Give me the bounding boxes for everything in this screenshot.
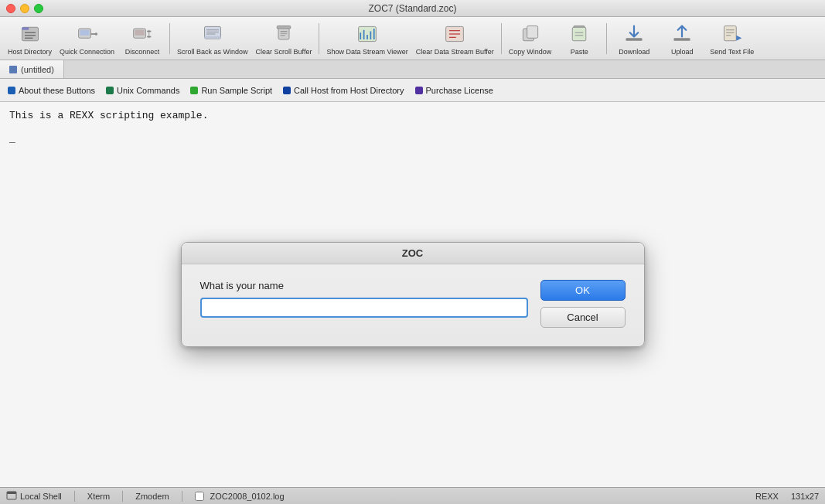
disconnect-icon: [130, 22, 155, 46]
show-data-stream-label: Show Data Stream Viewer: [326, 48, 407, 56]
run-sample-script-dot: [190, 87, 198, 94]
svg-rect-42: [724, 26, 736, 40]
toolbar-send-text-file[interactable]: Send Text File: [707, 20, 757, 57]
maximize-button[interactable]: [34, 4, 43, 13]
toolbar-clear-scroll[interactable]: Clear Scroll Buffer: [253, 20, 315, 57]
btn-purchase-license[interactable]: Purchase License: [412, 84, 496, 97]
upload-label: Upload: [671, 48, 694, 56]
svg-rect-41: [674, 38, 690, 41]
status-local-shell[interactable]: Local Shell: [6, 491, 62, 502]
toolbar-divider-2: [319, 23, 319, 54]
dialog-left: What is your name: [200, 280, 528, 328]
dimensions-label: 131x27: [791, 492, 819, 501]
about-buttons-dot: [8, 87, 15, 94]
dialog-cancel-button[interactable]: Cancel: [540, 307, 626, 328]
toolbar-paste[interactable]: Paste: [556, 20, 602, 57]
log-file-checkbox[interactable]: [195, 492, 204, 501]
paste-label: Paste: [571, 48, 588, 56]
svg-rect-10: [135, 29, 144, 35]
app-window: ZOC7 (Standard.zoc) Host Directory: [0, 0, 825, 504]
dialog-right: OK Cancel: [540, 280, 626, 328]
dialog: ZOC What is your name OK Cancel: [181, 242, 645, 347]
toolbar: Host Directory Quick Connection: [0, 17, 825, 60]
svg-rect-20: [277, 26, 291, 29]
svg-rect-6: [80, 29, 89, 35]
purchase-license-dot: [415, 87, 423, 94]
clear-scroll-label: Clear Scroll Buffer: [256, 48, 312, 56]
toolbar-host-directory[interactable]: Host Directory: [5, 20, 55, 57]
svg-rect-15: [204, 36, 220, 39]
dialog-overlay: ZOC What is your name OK Cancel: [0, 102, 825, 487]
disconnect-label: Disconnect: [125, 48, 160, 56]
toolbar-scroll-back[interactable]: Scroll Back as Window: [174, 20, 251, 57]
status-right: REXX 131x27: [755, 492, 819, 501]
host-directory-label: Host Directory: [8, 48, 52, 56]
toolbar-divider-1: [169, 23, 170, 54]
tab-label: (untitled): [21, 65, 54, 74]
toolbar-upload[interactable]: Upload: [659, 20, 705, 57]
purchase-license-label: Purchase License: [426, 86, 493, 95]
minimize-button[interactable]: [20, 4, 29, 13]
toolbar-download[interactable]: Download: [611, 20, 657, 57]
run-sample-script-label: Run Sample Script: [201, 86, 272, 95]
upload-icon: [670, 22, 694, 46]
toolbar-quick-connection[interactable]: Quick Connection: [56, 20, 118, 57]
svg-rect-47: [7, 492, 16, 494]
btn-run-sample-script[interactable]: Run Sample Script: [187, 84, 275, 97]
svg-rect-35: [527, 26, 537, 38]
copy-window-icon: [518, 22, 543, 46]
clear-data-stream-icon: [442, 22, 467, 46]
toolbar-copy-window[interactable]: Copy Window: [506, 20, 555, 57]
status-zmodem: Zmodem: [135, 492, 169, 501]
copy-window-label: Copy Window: [509, 48, 552, 56]
svg-rect-37: [573, 27, 587, 41]
about-buttons-label: About these Buttons: [19, 86, 95, 95]
status-bar: Local Shell Xterm Zmodem ZOC2008_0102.lo…: [0, 487, 825, 504]
unix-commands-label: Unix Commands: [117, 86, 179, 95]
unix-commands-dot: [106, 87, 114, 94]
toolbar-show-data-stream[interactable]: Show Data Stream Viewer: [323, 20, 411, 57]
quick-connection-icon: [75, 22, 100, 46]
send-text-file-label: Send Text File: [710, 48, 754, 56]
send-text-file-icon: [720, 22, 745, 46]
status-divider-1: [74, 491, 75, 502]
tab-icon: [9, 66, 17, 73]
host-directory-icon: [18, 22, 43, 46]
tab-bar: (untitled): [0, 60, 825, 79]
dialog-ok-button[interactable]: OK: [540, 280, 626, 301]
svg-rect-1: [22, 27, 29, 30]
local-shell-icon: [6, 491, 17, 502]
dialog-body: What is your name OK Cancel: [182, 264, 644, 346]
clear-scroll-icon: [271, 22, 296, 46]
close-button[interactable]: [6, 4, 15, 13]
window-title: ZOC7 (Standard.zoc): [368, 3, 456, 14]
status-divider-2: [122, 491, 123, 502]
paste-icon: [567, 22, 591, 46]
btn-about-buttons[interactable]: About these Buttons: [5, 84, 98, 97]
log-file-label: ZOC2008_0102.log: [210, 492, 285, 501]
toolbar-divider-4: [606, 23, 607, 54]
dialog-input[interactable]: [200, 298, 528, 318]
status-divider-3: [182, 491, 182, 502]
btn-call-host[interactable]: Call Host from Host Directory: [280, 84, 407, 97]
btn-unix-commands[interactable]: Unix Commands: [103, 84, 182, 97]
call-host-label: Call Host from Host Directory: [294, 86, 404, 95]
button-bar: About these Buttons Unix Commands Run Sa…: [0, 79, 825, 102]
toolbar-disconnect[interactable]: Disconnect: [119, 20, 165, 57]
show-data-stream-icon: [355, 22, 380, 46]
svg-rect-40: [626, 38, 643, 41]
dialog-prompt: What is your name: [200, 280, 528, 291]
scroll-back-label: Scroll Back as Window: [177, 48, 248, 56]
title-bar: ZOC7 (Standard.zoc): [0, 0, 825, 17]
status-log-file[interactable]: ZOC2008_0102.log: [195, 492, 285, 501]
download-icon: [622, 22, 646, 46]
toolbar-divider-3: [501, 23, 502, 54]
tab-untitled[interactable]: (untitled): [0, 60, 64, 78]
content-area: This is a REXX scripting example. _ ZOC …: [0, 102, 825, 504]
rexx-label: REXX: [755, 492, 779, 501]
call-host-dot: [283, 87, 291, 94]
zmodem-label: Zmodem: [135, 492, 169, 501]
toolbar-clear-data-stream[interactable]: Clear Data Stream Buffer: [413, 20, 497, 57]
xterm-label: Xterm: [87, 492, 110, 501]
window-controls: [6, 4, 43, 13]
